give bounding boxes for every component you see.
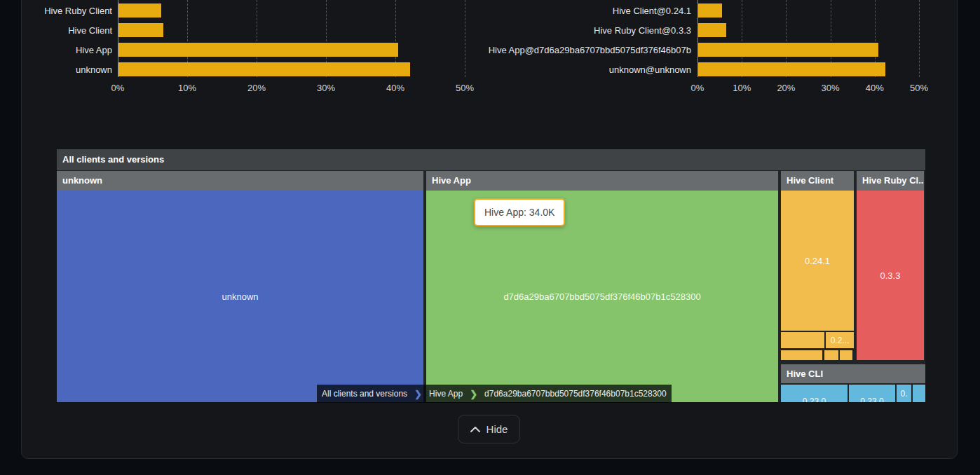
treemap-section-header-unknown-label: unknown [57,171,423,191]
category-label: unknown [25,62,112,76]
treemap-block-0-23-0[interactable]: 0.23.0 [849,385,895,402]
x-axis-tick-label: 40% [386,83,404,93]
treemap-section-header-hive-cli[interactable]: Hive CLI [781,364,925,383]
x-axis-tick-label: 50% [456,83,474,93]
breadcrumb-chevron-icon: ❯ [468,385,479,403]
grid-line [919,0,920,77]
bar[interactable] [118,43,398,57]
treemap-section-header-hive-app[interactable]: Hive App [426,171,778,191]
chevron-up-icon [470,427,480,432]
treemap-block-small[interactable] [824,350,838,360]
x-axis-tick-label: 0% [111,83,125,93]
x-axis-tick-label: 50% [910,83,928,93]
treemap-block-0-2[interactable]: 0.2... [826,332,854,348]
x-axis-tick-label: 20% [247,83,266,93]
treemap-block-hive-app-version-label: d7d6a29ba6707bbd5075df376f46b07b1c528300 [426,291,778,302]
category-label: Hive Ruby Client@0.3.3 [491,23,691,37]
breadcrumb-item[interactable]: d7d6a29ba6707bbd5075df376f46b07b1c528300 [479,385,672,403]
treemap-block-0-label: 0. [897,389,911,399]
treemap-block-0-24-1[interactable]: 0.24.1 [781,191,854,331]
treemap-block-0-2-label: 0.2... [826,336,854,345]
treemap-all-clients-and-versions: All clients and versionsunknownunknownHi… [57,149,925,402]
treemap-block-0[interactable]: 0. [897,385,911,402]
treemap-section-header-hive-client-label: Hive Client [781,171,854,191]
treemap-block-0-3-3[interactable]: 0.3.3 [857,191,924,360]
treemap-block-0-23-0[interactable]: 0.23.0 [781,385,848,402]
treemap-block-small[interactable] [840,350,852,360]
treemap-block-small[interactable] [781,350,822,360]
bar[interactable] [698,43,878,57]
category-label: unknown@unknown [491,62,691,76]
treemap-block-0-23-0-label: 0.23.0 [781,397,848,402]
breadcrumb-item[interactable]: Hive App [424,385,468,403]
hide-button-label: Hide [486,423,508,435]
treemap-block-0-24-1-label: 0.24.1 [781,256,854,266]
bar[interactable] [698,4,722,18]
x-axis-tick-label: 40% [866,83,884,93]
breadcrumb-chevron-icon: ❯ [412,385,424,403]
treemap-root-header[interactable]: All clients and versions [57,149,925,170]
treemap-section-header-hive-ruby-client[interactable]: Hive Ruby Cl... [857,171,924,191]
x-axis-tick-label: 0% [691,83,705,93]
treemap-block-small[interactable] [781,332,824,348]
category-label: Hive App@d7d6a29ba6707bbd5075df376f46b07… [491,43,691,57]
category-label: Hive Ruby Client [25,4,112,18]
x-axis-tick-label: 30% [822,83,840,93]
treemap-section-header-hive-app-label: Hive App [426,171,778,191]
category-label: Hive Client [25,23,112,37]
treemap-section-header-hive-client[interactable]: Hive Client [781,171,854,191]
treemap-block-small[interactable] [913,385,925,402]
treemap-tooltip: Hive App: 34.0K [474,198,565,226]
treemap-block-0-3-3-label: 0.3.3 [857,270,924,281]
bar[interactable] [698,23,726,37]
category-label: Hive Client@0.24.1 [491,4,691,18]
treemap-block-0-23-0-label: 0.23.0 [849,397,895,402]
treemap-root-header-label: All clients and versions [57,149,925,170]
category-label: Hive App [25,43,112,57]
bar[interactable] [118,23,163,37]
treemap-breadcrumb: All clients and versions❯Hive App❯d7d6a2… [317,385,672,403]
x-axis-tick-label: 30% [317,83,335,93]
x-axis-tick-label: 20% [777,83,795,93]
treemap-section-header-hive-ruby-client-label: Hive Ruby Cl... [857,171,924,191]
dashboard-page: All clients and versionsunknownunknownHi… [0,0,980,475]
grid-line [465,0,465,77]
breadcrumb-item[interactable]: All clients and versions [317,385,412,403]
bar[interactable] [698,62,885,76]
x-axis-tick-label: 10% [733,83,751,93]
treemap-block-unknown[interactable]: unknown [57,191,423,402]
treemap-block-unknown-label: unknown [57,291,423,302]
tooltip-text: Hive App: 34.0K [484,207,554,218]
bar[interactable] [118,62,410,76]
treemap-section-header-hive-cli-label: Hive CLI [781,364,925,383]
treemap-section-header-unknown[interactable]: unknown [57,171,423,191]
bar[interactable] [118,4,161,18]
hide-button[interactable]: Hide [458,415,520,443]
x-axis-tick-label: 10% [178,83,196,93]
